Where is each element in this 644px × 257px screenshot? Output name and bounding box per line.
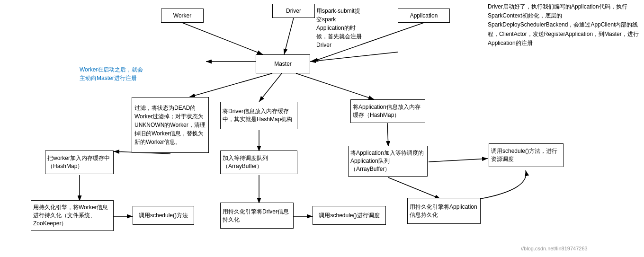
svg-line-3	[182, 23, 263, 54]
svg-line-17	[429, 159, 488, 162]
svg-line-18	[310, 52, 398, 62]
filter-worker-box: 过滤，将状态为DEAD的Worker过滤掉；对于状态为UNKNOWN的Worke…	[132, 97, 209, 153]
worker-box: Worker	[161, 9, 204, 23]
call-schedule-box: 调用schedule()方法	[133, 206, 194, 225]
application-box: Application	[398, 9, 450, 23]
call-schedule2-box: 调用schedule()进行调度	[313, 206, 386, 225]
svg-line-2	[284, 18, 294, 54]
worker-register-label: Worker在启动之后，就会主动向Master进行注册	[80, 65, 162, 82]
worker-hashmap-box: 把worker加入内存缓存中（HashMap）	[45, 151, 114, 174]
persist-driver-box: 用持久化引擎将Driver信息持久化	[220, 203, 294, 229]
persist-app-box: 用持久化引擎将Application信息持久化	[407, 198, 481, 224]
svg-line-7	[259, 73, 282, 102]
diagram-container: Worker Driver Application Master 过滤，将状态为…	[0, 0, 644, 257]
persist-worker-box: 用持久化引擎，将Worker信息进行持久化（文件系统、ZooKeeper）	[31, 200, 114, 231]
right-description: Driver启动好了，执行我们编写的Application代码，执行SparkC…	[488, 2, 639, 48]
wait-schedule-box: 加入等待调度队列（ArrayBuffer）	[220, 151, 297, 174]
master-box: Master	[256, 54, 310, 73]
watermark: //blog.csdn.net/lin819747263	[521, 245, 588, 253]
svg-line-11	[387, 123, 388, 147]
schedule-resource-box: 调用schedule()方法，进行资源调度	[489, 143, 564, 167]
svg-line-6	[189, 73, 272, 97]
app-wait-box: 将Application加入等待调度的Application队列（ArrayBu…	[348, 146, 428, 177]
app-memory-box: 将Application信息放入内存缓存（HashMap）	[350, 99, 425, 123]
spark-submit-label: 用spark-submit提交sparkApplication的时候，首先就会注…	[316, 7, 378, 49]
driver-memory-box: 将Driver信息放入内存缓存中，其实就是HashMap机构	[220, 102, 297, 129]
svg-line-8	[296, 73, 374, 99]
driver-box: Driver	[272, 4, 315, 18]
svg-line-16	[388, 177, 440, 199]
